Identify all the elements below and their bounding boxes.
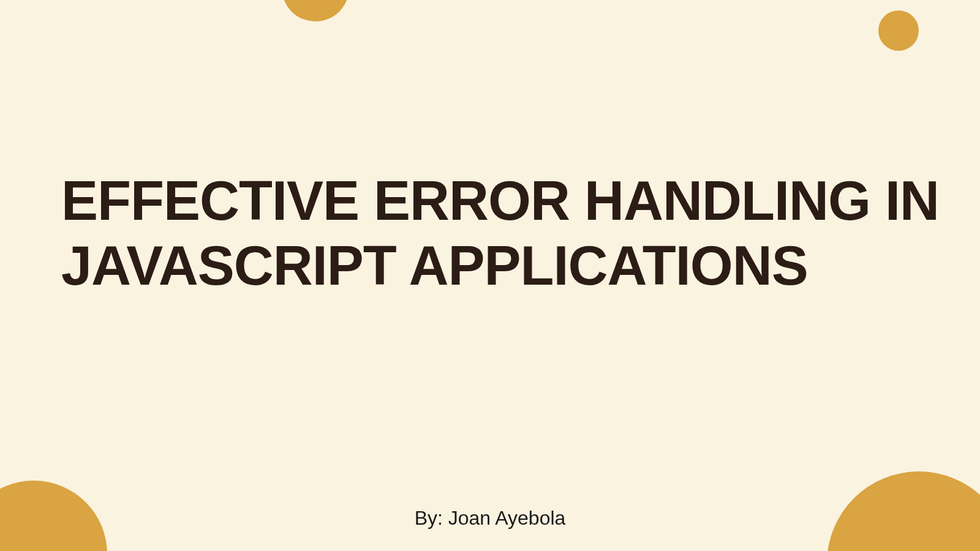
slide-title: EFFECTIVE ERROR HANDLING IN JAVASCRIPT A… [61, 168, 980, 298]
decorative-circle-bottom-left [0, 481, 107, 551]
decorative-circle-bottom-right [827, 471, 980, 551]
slide-byline: By: Joan Ayebola [415, 507, 566, 530]
decorative-circle-top [282, 0, 349, 21]
decorative-circle-top-right [878, 10, 919, 51]
